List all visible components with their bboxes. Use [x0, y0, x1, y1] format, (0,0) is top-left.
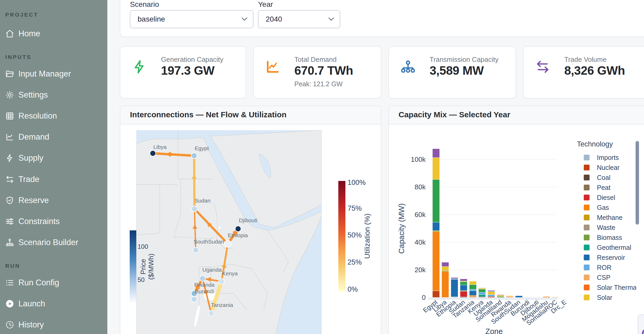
sidebar-item-reserve[interactable]: Reserve	[0, 193, 107, 208]
legend-item-peat[interactable]: Peat	[577, 183, 636, 193]
bar-somaliland[interactable]	[497, 295, 504, 297]
legend-item-waste[interactable]: Waste	[577, 222, 636, 232]
legend-item-diesel[interactable]: Diesel	[577, 193, 636, 203]
bar-segment-diesel[interactable]	[460, 291, 467, 297]
bar-segment-solar[interactable]	[488, 292, 495, 295]
bar-segment-solar[interactable]	[432, 158, 440, 179]
bar-segment-gas[interactable]	[543, 296, 550, 297]
legend-item-gas[interactable]: Gas	[577, 203, 636, 212]
bar-drc_e[interactable]	[561, 297, 568, 297]
bar-segment-storage[interactable]	[451, 277, 458, 279]
bar-segment-reservoir[interactable]	[451, 279, 458, 297]
bar-djibouti[interactable]	[534, 297, 541, 297]
year-select[interactable]: 2040	[258, 10, 340, 28]
legend-item-solar-thermal[interactable]: Solar Thermal	[577, 282, 636, 292]
zone-node-djibouti[interactable]	[235, 226, 241, 232]
bar-segment-solar[interactable]	[469, 281, 476, 285]
bar-segment-csp[interactable]	[506, 296, 513, 297]
sidebar-item-resolution[interactable]: Resolution	[0, 109, 107, 123]
legend-item-biomass[interactable]: Biomass	[577, 232, 636, 242]
bar-tanzania[interactable]	[469, 281, 476, 297]
zone-node-egypt[interactable]	[191, 153, 197, 159]
bar-segment-ror[interactable]	[525, 297, 532, 297]
zone-node-ethiopia[interactable]	[224, 240, 231, 247]
zone-node-kenya[interactable]	[219, 279, 224, 284]
legend-item-imports[interactable]: Imports	[577, 153, 636, 163]
bar-segment-nuclear[interactable]	[432, 291, 440, 297]
bar-segment-reservoir[interactable]	[460, 285, 467, 290]
sidebar-item-constraints[interactable]: Constraints	[0, 214, 107, 229]
bar-segment-wind[interactable]	[432, 179, 440, 222]
bar-burundi[interactable]	[525, 297, 532, 297]
legend-item-coal[interactable]: Coal	[577, 173, 636, 183]
bar-sudan[interactable]	[460, 279, 467, 297]
bar-segment-ror[interactable]	[479, 292, 486, 294]
bar-segment-solar[interactable]	[534, 297, 541, 297]
bar-segment-biomass[interactable]	[432, 230, 440, 231]
bar-ethiopia[interactable]	[451, 277, 458, 297]
bar-segment-gas[interactable]	[432, 231, 440, 291]
bar-segment-ror[interactable]	[488, 295, 495, 296]
zone-node-uganda[interactable]	[200, 276, 205, 281]
bar-southsudan[interactable]	[515, 296, 522, 297]
bar-segment-reservoir[interactable]	[515, 296, 522, 297]
bar-somaliaroc[interactable]	[552, 297, 559, 297]
sidebar-item-scenario-builder[interactable]: Scenario Builder	[0, 235, 107, 250]
bar-segment-reservoir[interactable]	[432, 222, 440, 230]
zone-node-libya[interactable]	[150, 150, 156, 156]
sidebar-item-home[interactable]: Home	[0, 27, 107, 41]
bar-segment-wind[interactable]	[497, 296, 504, 297]
utilization-colorbar-tick: 25%	[348, 258, 362, 266]
bar-kenya[interactable]	[479, 288, 486, 297]
sidebar-item-supply[interactable]: Supply	[0, 151, 107, 165]
bar-segment-storage[interactable]	[460, 279, 467, 281]
corner-widget[interactable]	[638, 315, 644, 334]
sidebar-item-run-config[interactable]: Run Config	[0, 276, 107, 290]
legend-item-ror[interactable]: ROR	[577, 262, 636, 272]
bar-segment-ror[interactable]	[469, 289, 476, 291]
sidebar-item-launch[interactable]: Launch	[0, 297, 107, 311]
zone-node-burundi[interactable]	[191, 296, 197, 302]
bar-segment-storage[interactable]	[497, 295, 504, 295]
zone-node-tanzania[interactable]	[208, 310, 214, 316]
bar-egypt[interactable]	[432, 149, 440, 297]
bar-rwanda[interactable]	[506, 296, 513, 297]
bar-segment-reservoir[interactable]	[469, 291, 476, 295]
sidebar-item-demand[interactable]: Demand	[0, 130, 107, 144]
bar-segment-wind[interactable]	[479, 289, 486, 292]
sidebar-item-history[interactable]: History	[0, 318, 107, 332]
bar-segment-gas[interactable]	[442, 271, 449, 297]
bar-segment-storage[interactable]	[479, 288, 486, 288]
bar-libya[interactable]	[442, 262, 449, 297]
bar-segment-solar[interactable]	[442, 266, 449, 270]
scenario-select[interactable]: baseline	[130, 10, 253, 28]
scrollbar-thumb[interactable]	[636, 141, 639, 225]
legend-item-reservoir[interactable]: Reservoir	[577, 252, 636, 262]
bar-mogadishu[interactable]	[543, 296, 550, 297]
bar-segment-storage[interactable]	[488, 290, 495, 291]
bar-segment-storage[interactable]	[432, 149, 440, 158]
zone-node-southsudan[interactable]	[193, 247, 199, 253]
zone-node-sudan[interactable]	[192, 206, 197, 212]
legend-item-solar[interactable]: Solar	[577, 292, 636, 301]
sidebar-item-trade[interactable]: Trade	[0, 172, 107, 186]
bar-segment-wind[interactable]	[460, 282, 467, 285]
sidebar-item-settings[interactable]: Settings	[0, 88, 107, 102]
bar-segment-gas[interactable]	[469, 295, 476, 297]
legend-item-geothermal[interactable]: Geothermal	[577, 242, 636, 252]
sidebar-item-input-manager[interactable]: Input Manager	[0, 67, 107, 81]
legend-item-csp[interactable]: CSP	[577, 272, 636, 282]
legend-item-methane[interactable]: Methane	[577, 212, 636, 222]
bar-segment-geothermal[interactable]	[479, 294, 486, 297]
bar-segment-solar[interactable]	[506, 296, 513, 296]
legend-item-nuclear[interactable]: Nuclear	[577, 163, 636, 173]
bar-segment-csp[interactable]	[552, 297, 559, 297]
bar-segment-nuclear[interactable]	[488, 296, 495, 297]
bar-segment-wind[interactable]	[469, 285, 476, 289]
bar-segment-imports[interactable]	[561, 297, 568, 297]
bar-segment-solar[interactable]	[479, 288, 486, 289]
bar-segment-solar[interactable]	[497, 295, 504, 296]
bar-uganda[interactable]	[488, 290, 495, 297]
bar-segment-storage[interactable]	[442, 262, 449, 266]
flow-map[interactable]: LibyaEgyptSudanSouthSudanEthiopiaDjibout…	[120, 125, 381, 334]
